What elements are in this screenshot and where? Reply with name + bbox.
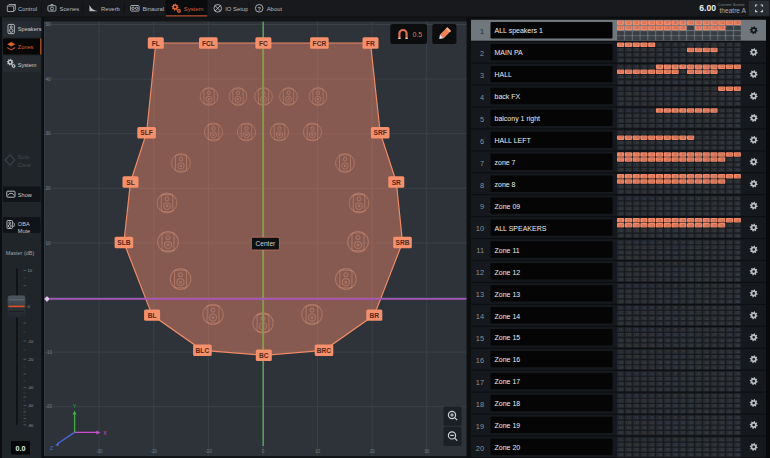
svg-text:#3: #3: [635, 197, 639, 201]
svg-text:#47: #47: [727, 382, 732, 386]
svg-text:#4: #4: [642, 284, 646, 288]
svg-text:#57: #57: [680, 190, 685, 194]
svg-text:#63: #63: [727, 212, 732, 216]
svg-text:#31: #31: [727, 136, 732, 140]
svg-text:#31: #31: [727, 180, 732, 184]
svg-text:#47: #47: [727, 53, 732, 57]
svg-text:#9: #9: [681, 372, 685, 376]
svg-text:-40: -40: [27, 385, 34, 390]
svg-text:#49: #49: [618, 278, 623, 282]
svg-text:X: X: [103, 430, 107, 436]
svg-text:#27: #27: [696, 399, 701, 403]
svg-text:#44: #44: [704, 32, 709, 36]
svg-text:#53: #53: [649, 146, 654, 150]
svg-text:#4: #4: [642, 350, 646, 354]
svg-text:#41: #41: [680, 448, 685, 452]
svg-text:#61: #61: [712, 146, 717, 150]
svg-text:#33: #33: [618, 229, 623, 233]
svg-text:#19: #19: [634, 290, 639, 294]
svg-text:#19: #19: [634, 377, 639, 381]
svg-text:#56: #56: [673, 37, 678, 41]
svg-text:#22: #22: [657, 355, 662, 359]
svg-text:#56: #56: [673, 146, 678, 150]
svg-text:#51: #51: [634, 124, 639, 128]
svg-text:#12: #12: [704, 306, 709, 310]
svg-text:#23: #23: [665, 70, 670, 74]
svg-text:#38: #38: [657, 404, 662, 408]
svg-text:Reverb: Reverb: [101, 6, 121, 12]
svg-text:#28: #28: [704, 26, 709, 30]
svg-text:#50: #50: [626, 388, 631, 392]
svg-text:#54: #54: [657, 81, 662, 85]
svg-text:#14: #14: [719, 219, 724, 223]
svg-text:#54: #54: [657, 278, 662, 282]
svg-text:#63: #63: [727, 300, 732, 304]
svg-text:#49: #49: [618, 81, 623, 85]
svg-text:#62: #62: [719, 300, 724, 304]
svg-text:#24: #24: [673, 202, 678, 206]
svg-text:#25: #25: [680, 377, 685, 381]
svg-text:#8: #8: [673, 438, 677, 442]
svg-text:#3: #3: [635, 262, 639, 266]
svg-text:-20: -20: [46, 404, 53, 409]
svg-text:#21: #21: [649, 48, 654, 52]
svg-text:#45: #45: [712, 141, 717, 145]
svg-text:#5: #5: [650, 328, 654, 332]
svg-text:#4: #4: [642, 394, 646, 398]
svg-text:#11: #11: [696, 197, 701, 201]
svg-text:#29: #29: [712, 202, 717, 206]
svg-text:#32: #32: [735, 246, 740, 250]
svg-text:#22: #22: [657, 246, 662, 250]
svg-text:#35: #35: [634, 382, 639, 386]
svg-text:#48: #48: [735, 295, 740, 299]
svg-text:#52: #52: [641, 124, 646, 128]
svg-text:#12: #12: [704, 350, 709, 354]
svg-text:#51: #51: [634, 366, 639, 370]
svg-text:#27: #27: [696, 26, 701, 30]
svg-text:#64: #64: [735, 37, 740, 41]
svg-text:#20: #20: [641, 333, 646, 337]
svg-text:Zone 15: Zone 15: [495, 334, 521, 341]
svg-text:#19: #19: [634, 399, 639, 403]
svg-text:#32: #32: [735, 268, 740, 272]
svg-text:#16: #16: [735, 262, 740, 266]
svg-text:#36: #36: [641, 163, 646, 167]
svg-text:#22: #22: [657, 180, 662, 184]
svg-text:#45: #45: [712, 361, 717, 365]
svg-text:#64: #64: [735, 234, 740, 238]
svg-text:#25: #25: [680, 48, 685, 52]
svg-text:#6: #6: [658, 197, 662, 201]
svg-text:#53: #53: [649, 212, 654, 216]
svg-text:#12: #12: [704, 109, 709, 113]
svg-text:#11: #11: [696, 262, 701, 266]
svg-text:#35: #35: [634, 251, 639, 255]
svg-text:#39: #39: [665, 141, 670, 145]
svg-text:#55: #55: [665, 102, 670, 106]
svg-text:#17: #17: [618, 92, 623, 96]
svg-text:#49: #49: [618, 212, 623, 216]
svg-text:#7: #7: [666, 394, 670, 398]
svg-text:#45: #45: [712, 339, 717, 343]
svg-text:#10: #10: [688, 372, 693, 376]
svg-text:#26: #26: [688, 92, 693, 96]
svg-text:SLF: SLF: [140, 129, 152, 136]
svg-text:#23: #23: [665, 158, 670, 162]
svg-text:#41: #41: [680, 53, 685, 57]
svg-text:Solo: Solo: [18, 154, 29, 160]
svg-text:#58: #58: [688, 278, 693, 282]
svg-text:#19: #19: [634, 246, 639, 250]
svg-text:#5: #5: [650, 219, 654, 223]
svg-text:#56: #56: [673, 410, 678, 414]
svg-text:#9: #9: [681, 109, 685, 113]
svg-text:#21: #21: [649, 333, 654, 337]
svg-text:#48: #48: [735, 339, 740, 343]
svg-text:#2: #2: [627, 87, 631, 91]
svg-text:#61: #61: [712, 366, 717, 370]
svg-text:#4: #4: [642, 109, 646, 113]
svg-text:BR: BR: [370, 312, 380, 319]
svg-text:#55: #55: [665, 388, 670, 392]
svg-text:#52: #52: [641, 410, 646, 414]
svg-text:#3: #3: [635, 109, 639, 113]
svg-text:#8: #8: [673, 175, 677, 179]
svg-text:#64: #64: [735, 278, 740, 282]
